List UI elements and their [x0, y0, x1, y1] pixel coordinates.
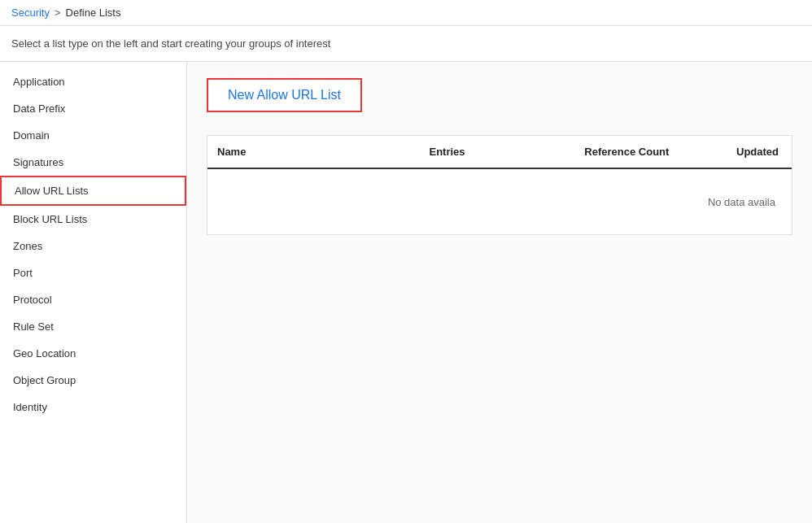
- new-allow-url-list-button[interactable]: New Allow URL List: [207, 78, 362, 112]
- sidebar-item-rule-set[interactable]: Rule Set: [0, 313, 186, 340]
- subtitle-bar: Select a list type on the left and start…: [0, 26, 812, 62]
- sidebar-item-application[interactable]: Application: [0, 68, 186, 95]
- sidebar-item-port[interactable]: Port: [0, 259, 186, 286]
- subtitle-text: Select a list type on the left and start…: [11, 37, 330, 50]
- breadcrumb-current: Define Lists: [66, 7, 121, 19]
- sidebar-item-data-prefix[interactable]: Data Prefix: [0, 95, 186, 122]
- sidebar-item-signatures[interactable]: Signatures: [0, 149, 186, 176]
- sidebar-item-block-url-lists[interactable]: Block URL Lists: [0, 206, 186, 233]
- sidebar-item-domain[interactable]: Domain: [0, 122, 186, 149]
- table-header-updated: Updated: [727, 142, 792, 161]
- table-container: NameEntriesReference CountUpdated No dat…: [207, 135, 792, 235]
- table-header-entries: Entries: [367, 142, 526, 161]
- breadcrumb-bar: Security > Define Lists: [0, 0, 812, 26]
- sidebar: ApplicationData PrefixDomainSignaturesAl…: [0, 62, 187, 523]
- table-header-reference-count: Reference Count: [527, 142, 727, 161]
- sidebar-item-protocol[interactable]: Protocol: [0, 286, 186, 313]
- breadcrumb-separator: >: [55, 7, 61, 19]
- sidebar-item-allow-url-lists[interactable]: Allow URL Lists: [0, 176, 186, 206]
- sidebar-item-geo-location[interactable]: Geo Location: [0, 340, 186, 367]
- sidebar-item-identity[interactable]: Identity: [0, 394, 186, 421]
- breadcrumb-root[interactable]: Security: [11, 7, 50, 19]
- sidebar-item-zones[interactable]: Zones: [0, 233, 186, 259]
- empty-message: No data availa: [708, 196, 775, 208]
- table-header: NameEntriesReference CountUpdated: [207, 136, 792, 169]
- sidebar-item-object-group[interactable]: Object Group: [0, 367, 186, 394]
- table-body: No data availa: [207, 169, 792, 234]
- table-header-name: Name: [207, 142, 367, 161]
- content-area: New Allow URL List NameEntriesReference …: [187, 62, 812, 523]
